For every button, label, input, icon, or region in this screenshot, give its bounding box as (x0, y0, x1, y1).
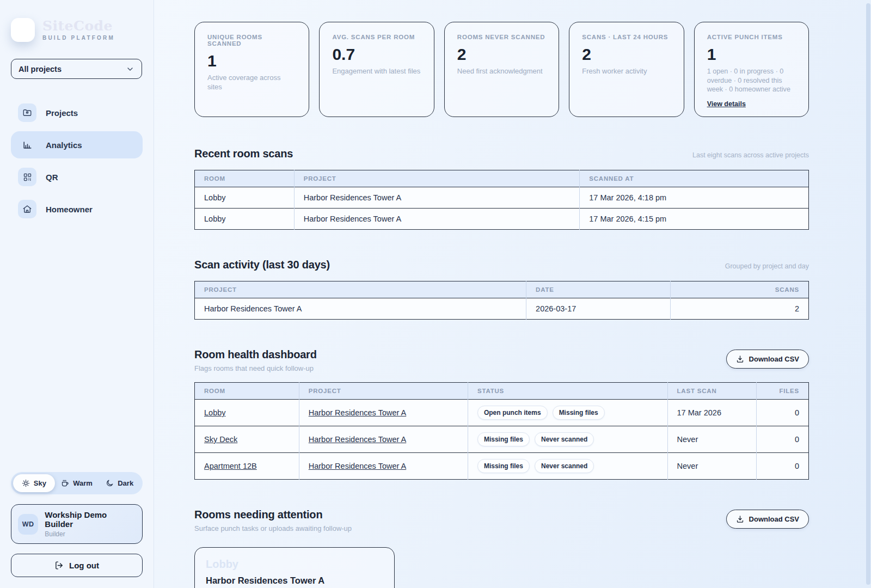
download-csv-button[interactable]: Download CSV (726, 510, 809, 529)
logout-icon (54, 561, 64, 570)
stat-label: ACTIVE PUNCH ITEMS (707, 34, 796, 40)
theme-sky-button[interactable]: Sky (13, 474, 55, 492)
section-subtitle: Flags rooms that need quick follow-up (194, 364, 317, 372)
project-name: Harbor Residences Tower A (206, 575, 383, 586)
room-link[interactable]: Lobby (204, 408, 226, 417)
sidebar-item-label: Projects (46, 108, 78, 118)
logout-label: Log out (69, 561, 99, 570)
project-filter-select[interactable]: All projects (11, 59, 142, 79)
theme-warm-button[interactable]: Warm (56, 474, 98, 492)
recent-scans-section: Recent room scans Last eight scans acros… (194, 148, 809, 230)
stat-description: Need first acknowledgment (457, 67, 546, 76)
table-row: Lobby Harbor Residences Tower A Open pun… (195, 400, 809, 426)
download-icon (736, 355, 744, 363)
stat-card-avg-scans: AVG. SCANS PER ROOM 0.7 Engagement with … (319, 22, 434, 117)
scanned-at-cell: 17 Mar 2026, 4:15 pm (580, 209, 809, 230)
theme-toggle: Sky Warm Dark (11, 472, 143, 494)
section-title: Room health dashboard (194, 348, 317, 361)
column-header: PROJECT (294, 170, 580, 187)
recent-scans-table: ROOM PROJECT SCANNED AT Lobby Harbor Res… (194, 170, 809, 230)
stat-label: ROOMS NEVER SCANNED (457, 34, 546, 40)
theme-label: Warm (73, 479, 93, 487)
scrollbar[interactable] (866, 3, 870, 585)
section-title: Scan activity (last 30 days) (194, 259, 330, 271)
sidebar-item-homeowner[interactable]: Homeowner (11, 195, 143, 223)
status-cell: Missing filesNever scanned (468, 453, 667, 480)
status-badge: Missing files (477, 459, 530, 473)
status-badge: Open punch items (477, 406, 548, 420)
section-subtitle: Surface punch tasks or uploads awaiting … (194, 524, 352, 532)
theme-label: Sky (34, 479, 46, 487)
room-link[interactable]: Apartment 12B (204, 462, 257, 470)
column-header: STATUS (468, 383, 667, 400)
moon-icon (106, 479, 114, 487)
theme-label: Dark (118, 479, 133, 487)
stat-description: 1 open · 0 in progress · 0 overdue · 0 r… (707, 67, 796, 94)
files-cell: 0 (757, 400, 809, 426)
download-label: Download CSV (749, 515, 799, 523)
room-title: Lobby (206, 558, 383, 571)
column-header: DATE (526, 281, 671, 298)
stat-value: 0.7 (332, 45, 421, 64)
status-badge: Never scanned (535, 432, 594, 446)
sidebar-item-projects[interactable]: Projects (11, 99, 143, 126)
stat-value: 2 (582, 45, 671, 64)
project-link[interactable]: Harbor Residences Tower A (309, 435, 406, 444)
section-title: Recent room scans (194, 148, 293, 160)
table-row: Harbor Residences Tower A 2026-03-17 2 (195, 298, 809, 320)
files-cell: 0 (757, 426, 809, 453)
stat-card-unique-rooms: UNIQUE ROOMS SCANNED 1 Active coverage a… (194, 22, 309, 117)
project-link[interactable]: Harbor Residences Tower A (309, 462, 406, 470)
column-header: ROOM (195, 383, 299, 400)
room-link[interactable]: Sky Deck (204, 435, 237, 444)
download-label: Download CSV (749, 355, 799, 363)
project-cell: Harbor Residences Tower A (195, 298, 526, 320)
logout-button[interactable]: Log out (11, 554, 143, 577)
scan-activity-section: Scan activity (last 30 days) Grouped by … (194, 259, 809, 320)
column-header: FILES (757, 383, 809, 400)
status-cell: Open punch itemsMissing files (468, 400, 667, 426)
chevron-down-icon (126, 65, 134, 74)
table-row: Lobby Harbor Residences Tower A 17 Mar 2… (195, 187, 809, 209)
section-title: Rooms needing attention (194, 509, 352, 521)
stat-description: Active coverage across sites (207, 74, 296, 92)
attention-room-card: Lobby Harbor Residences Tower A Last sca… (194, 547, 395, 588)
stat-description: Engagement with latest files (332, 67, 421, 76)
avatar: WD (18, 514, 38, 535)
user-card[interactable]: WD Workship Demo Builder Builder (11, 504, 143, 544)
stat-description: Fresh worker activity (582, 67, 671, 76)
status-badge: Never scanned (535, 459, 594, 473)
download-icon (736, 515, 744, 523)
last-scan-cell: 17 Mar 2026 (667, 400, 757, 426)
brand-tagline: BUILD PLATFORM (42, 35, 115, 41)
view-details-link[interactable]: View details (707, 100, 746, 108)
coffee-cup-icon (61, 479, 69, 487)
download-csv-button[interactable]: Download CSV (726, 350, 809, 369)
stat-card-scans-24h: SCANS · LAST 24 HOURS 2 Fresh worker act… (569, 22, 684, 117)
project-filter-value: All projects (19, 65, 62, 74)
brand-name: SiteCode (42, 19, 115, 33)
sidebar-item-label: QR (46, 173, 58, 182)
stat-card-never-scanned: ROOMS NEVER SCANNED 2 Need first acknowl… (444, 22, 559, 117)
attention-section: Rooms needing attention Surface punch ta… (194, 509, 809, 588)
files-cell: 0 (757, 453, 809, 480)
room-cell: Lobby (195, 187, 295, 209)
home-icon (18, 200, 36, 218)
last-scan-cell: Never (667, 453, 757, 480)
stat-value: 1 (207, 52, 296, 70)
brand-logo (11, 18, 35, 42)
sidebar-item-qr[interactable]: QR (11, 163, 143, 191)
bar-chart-icon (18, 136, 36, 154)
folder-icon (18, 103, 36, 122)
date-cell: 2026-03-17 (526, 298, 671, 320)
scanned-at-cell: 17 Mar 2026, 4:18 pm (580, 187, 809, 209)
sidebar-item-analytics[interactable]: Analytics (11, 131, 143, 158)
project-cell: Harbor Residences Tower A (294, 209, 580, 230)
theme-dark-button[interactable]: Dark (99, 474, 140, 492)
project-link[interactable]: Harbor Residences Tower A (309, 408, 406, 417)
sidebar-nav: Projects Analytics QR Homeowner (11, 99, 143, 223)
user-name: Workship Demo Builder (45, 510, 136, 529)
scans-cell: 2 (671, 298, 809, 320)
room-health-section: Room health dashboard Flags rooms that n… (194, 348, 809, 480)
stat-value: 1 (707, 45, 796, 64)
